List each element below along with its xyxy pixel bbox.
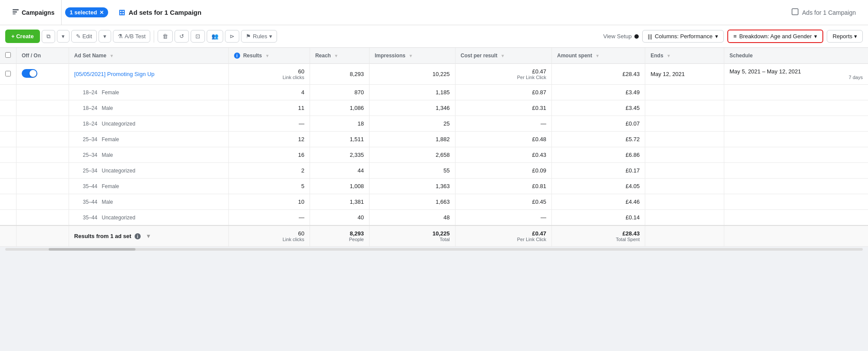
reports-label: Reports [832, 33, 852, 40]
ab-test-button[interactable]: ⚗ A/B Test [113, 30, 150, 43]
create-button[interactable]: + Create [5, 30, 40, 43]
ad-sets-title-label: Ad sets for 1 Campaign [129, 9, 201, 16]
breakdown-icon: ≡ [733, 33, 737, 40]
footer-summary-row: Results from 1 ad set i ▼ 60 Link clicks… [0, 225, 868, 247]
selected-count: 1 selected [69, 9, 97, 16]
table-row: 18–24 Male 11 1,086 1,346 £0.31 £3.45 [0, 100, 868, 116]
main-row-name-cell: [05/05/2021] Promoting Sign Up [69, 64, 228, 85]
table-row: 18–24 Female 4 870 1,185 £0.87 £3.49 [0, 85, 868, 100]
columns-button[interactable]: ||| Columns: Performance ▾ [642, 30, 724, 43]
footer-amount-cell: £28.43 Total Spent [552, 225, 645, 247]
header-reach[interactable]: Reach ▼ [310, 48, 369, 64]
footer-reach-secondary: People [315, 237, 364, 242]
main-row-ends-cell: May 12, 2021 [645, 64, 724, 85]
toolbar-right: View Setup ||| Columns: Performance ▾ ≡ … [603, 30, 863, 43]
duplicate-icon: ⧉ [46, 33, 50, 40]
pencil-icon: ✎ [76, 33, 81, 40]
sort-arrow-icon: ▼ [109, 53, 114, 58]
ad-set-name-link[interactable]: [05/05/2021] Promoting Sign Up [74, 71, 155, 77]
header-ad-set-name[interactable]: Ad Set Name ▼ [69, 48, 228, 64]
view-setup-label: View Setup [603, 33, 632, 40]
footer-chevron-icon: ▼ [146, 233, 152, 239]
main-row-checkbox-cell[interactable] [0, 64, 17, 85]
header-results[interactable]: i Results ▼ [228, 48, 310, 64]
campaigns-nav[interactable]: Campaigns [5, 0, 62, 25]
select-all-checkbox[interactable] [5, 52, 11, 58]
archive-button[interactable]: ⊡ [191, 30, 205, 43]
breakdown-chevron-icon: ▾ [814, 33, 817, 40]
ad-set-toggle[interactable] [22, 69, 37, 78]
footer-cost-secondary: Per Link Click [461, 237, 546, 242]
footer-impressions-secondary: Total [375, 237, 450, 242]
ads-campaign-label: Ads for 1 Campaign [802, 9, 856, 16]
trash-icon: 🗑 [162, 33, 168, 40]
rules-button[interactable]: ⚑ Rules ▾ [241, 30, 277, 43]
main-row-amount-cell: £28.43 [552, 64, 645, 85]
edit-label: Edit [83, 33, 92, 40]
top-bar: Campaigns 1 selected ✕ ⊞ Ad sets for 1 C… [0, 0, 868, 25]
breakdown-age-gender: 18–24 Female [69, 85, 228, 100]
chevron-down-icon: ▾ [62, 33, 65, 40]
sort-arrow-impressions-icon: ▼ [409, 53, 413, 58]
footer-impressions-primary: 10,225 [432, 230, 450, 237]
header-cost-per-result[interactable]: Cost per result ▼ [455, 48, 551, 64]
share-button[interactable]: 👥 [207, 30, 223, 43]
ads-campaign-nav[interactable]: Ads for 1 Campaign [785, 8, 863, 17]
main-row-results-cell: 60 Link clicks [228, 64, 310, 85]
rules-chevron-icon: ▾ [269, 33, 272, 40]
footer-reach-cell: 8,293 People [310, 225, 369, 247]
svg-rect-3 [792, 9, 798, 15]
header-amount-spent[interactable]: Amount spent ▼ [552, 48, 645, 64]
sort-arrow-amount-icon: ▼ [595, 53, 600, 58]
main-results-secondary: Link clicks [234, 75, 304, 80]
horizontal-scrollbar[interactable] [0, 247, 868, 252]
footer-results-primary: 60 [234, 230, 304, 237]
edit-button[interactable]: ✎ Edit [71, 30, 97, 43]
toggle-knob [30, 70, 36, 77]
edit-dropdown-button[interactable]: ▾ [99, 30, 111, 43]
duplicate-dropdown-button[interactable]: ▾ [57, 30, 69, 43]
main-row-cost-cell: £0.47 Per Link Click [455, 64, 551, 85]
duplicate-button[interactable]: ⧉ [42, 30, 55, 43]
view-setup[interactable]: View Setup [603, 33, 639, 40]
sort-arrow-reach-icon: ▼ [334, 53, 338, 58]
view-setup-indicator [634, 34, 639, 39]
delete-button[interactable]: 🗑 [158, 30, 173, 43]
main-results-primary: 60 [234, 68, 304, 75]
svg-rect-0 [13, 9, 19, 10]
table-row: 25–34 Uncategorized 2 44 55 £0.09 £0.17 [0, 163, 868, 179]
ad-sets-table: Off / On Ad Set Name ▼ i Results ▼ Reach… [0, 48, 868, 247]
header-impressions[interactable]: Impressions ▼ [369, 48, 455, 64]
ab-test-icon: ⚗ [118, 33, 123, 40]
footer-info-icon: i [135, 233, 144, 239]
undo-button[interactable]: ↺ [175, 30, 189, 43]
breakdown-age-gender: 18–24 Male [69, 100, 228, 116]
footer-label: Results from 1 ad set [74, 233, 132, 239]
campaigns-label: Campaigns [22, 9, 54, 16]
footer-reach-primary: 8,293 [350, 230, 364, 237]
preview-button[interactable]: ⊳ [225, 30, 239, 43]
selected-badge[interactable]: 1 selected ✕ [65, 7, 108, 17]
main-row-schedule-cell: May 5, 2021 – May 12, 2021 7 days [724, 64, 868, 85]
scrollbar-thumb[interactable] [49, 248, 135, 251]
footer-amount-primary: £28.43 [623, 230, 640, 237]
columns-chevron-icon: ▾ [715, 33, 718, 40]
header-ends[interactable]: Ends ▼ [645, 48, 724, 64]
columns-icon: ||| [648, 33, 652, 40]
header-off-on: Off / On [17, 48, 69, 64]
grid-icon: ⊞ [119, 8, 125, 17]
header-checkbox-cell[interactable] [0, 48, 17, 64]
ads-campaign-icon [792, 8, 799, 17]
footer-amount-secondary: Total Spent [557, 237, 640, 242]
ad-sets-title: ⊞ Ad sets for 1 Campaign [112, 8, 208, 17]
main-row-toggle-cell[interactable] [17, 64, 69, 85]
table-row: 35–44 Uncategorized — 40 48 — £0.14 [0, 210, 868, 226]
main-cost-primary: £0.47 [461, 68, 546, 75]
breakdown-age-gender: 25–34 Male [69, 147, 228, 163]
main-row-checkbox[interactable] [5, 71, 11, 76]
table-row: 25–34 Female 12 1,511 1,882 £0.48 £5.72 [0, 132, 868, 147]
data-table-container: Off / On Ad Set Name ▼ i Results ▼ Reach… [0, 48, 868, 247]
breakdown-button[interactable]: ≡ Breakdown: Age and Gender ▾ [727, 30, 824, 43]
close-selection-icon[interactable]: ✕ [99, 10, 104, 16]
reports-button[interactable]: Reports ▾ [827, 30, 863, 43]
